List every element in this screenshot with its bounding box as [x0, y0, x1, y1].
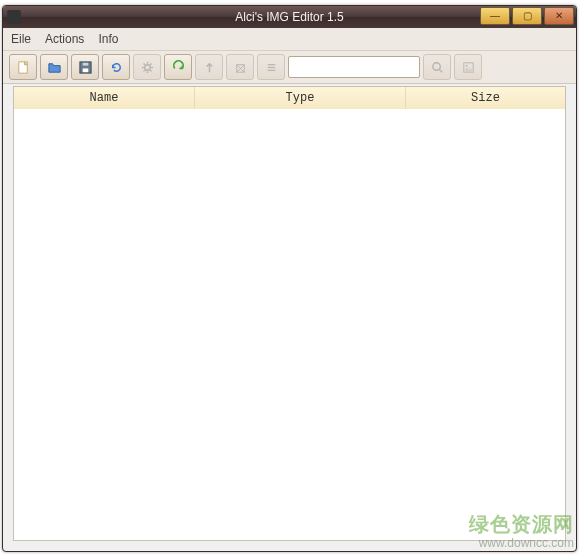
file-new-icon: [16, 60, 31, 75]
titlebar[interactable]: Alci's IMG Editor 1.5 — ▢ ✕: [3, 6, 576, 28]
minimize-button[interactable]: —: [480, 7, 510, 25]
open-button[interactable]: [40, 54, 68, 80]
svg-line-12: [150, 63, 151, 64]
col-header-size[interactable]: Size: [406, 87, 565, 109]
app-icon: [7, 10, 21, 24]
svg-line-9: [143, 63, 144, 64]
svg-point-4: [144, 64, 150, 70]
list-icon: [264, 60, 279, 75]
window-controls: — ▢ ✕: [480, 7, 574, 25]
svg-line-11: [143, 70, 144, 71]
svg-point-19: [432, 62, 440, 70]
menu-info[interactable]: Info: [98, 32, 118, 46]
maximize-button[interactable]: ▢: [512, 7, 542, 25]
menu-actions[interactable]: Actions: [45, 32, 84, 46]
export-button[interactable]: [195, 54, 223, 80]
svg-rect-3: [82, 62, 88, 65]
save-button[interactable]: [71, 54, 99, 80]
delete-button[interactable]: [226, 54, 254, 80]
col-header-name[interactable]: Name: [14, 87, 195, 109]
toolbar: [3, 51, 576, 84]
refresh-icon: [109, 60, 124, 75]
refresh-button[interactable]: [102, 54, 130, 80]
settings-button[interactable]: [133, 54, 161, 80]
svg-point-22: [465, 64, 467, 66]
arrow-down-icon: [171, 60, 186, 75]
menu-file[interactable]: Eile: [11, 32, 31, 46]
import-button[interactable]: [164, 54, 192, 80]
search-input[interactable]: [288, 56, 420, 78]
save-icon: [78, 60, 93, 75]
col-header-type[interactable]: Type: [195, 87, 406, 109]
svg-line-10: [150, 70, 151, 71]
grid-body[interactable]: [14, 109, 565, 540]
search-icon: [430, 60, 445, 75]
close-button[interactable]: ✕: [544, 7, 574, 25]
gear-icon: [140, 60, 155, 75]
folder-open-icon: [47, 60, 62, 75]
new-button[interactable]: [9, 54, 37, 80]
image-icon: [461, 60, 476, 75]
delete-icon: [233, 60, 248, 75]
svg-rect-2: [82, 68, 88, 72]
arrow-up-icon: [202, 60, 217, 75]
file-grid: Name Type Size: [13, 86, 566, 541]
preview-button[interactable]: [454, 54, 482, 80]
list-button[interactable]: [257, 54, 285, 80]
app-window: Alci's IMG Editor 1.5 — ▢ ✕ Eile Actions…: [2, 5, 577, 552]
search-button[interactable]: [423, 54, 451, 80]
grid-header: Name Type Size: [14, 87, 565, 110]
svg-line-20: [439, 69, 442, 72]
menubar: Eile Actions Info: [3, 28, 576, 51]
